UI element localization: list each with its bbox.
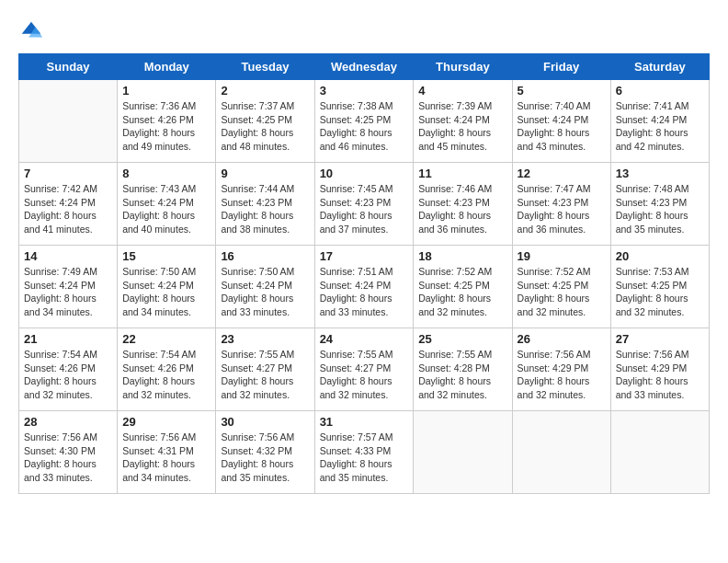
calendar-cell: 14Sunrise: 7:49 AMSunset: 4:24 PMDayligh… bbox=[19, 246, 118, 328]
calendar-cell: 16Sunrise: 7:50 AMSunset: 4:24 PMDayligh… bbox=[216, 246, 314, 328]
day-info: Sunrise: 7:55 AMSunset: 4:27 PMDaylight:… bbox=[320, 348, 409, 402]
calendar-cell: 29Sunrise: 7:56 AMSunset: 4:31 PMDayligh… bbox=[118, 411, 216, 494]
day-info: Sunrise: 7:56 AMSunset: 4:32 PMDaylight:… bbox=[221, 431, 309, 485]
day-info: Sunrise: 7:49 AMSunset: 4:24 PMDaylight:… bbox=[24, 265, 112, 319]
calendar-week-row: 14Sunrise: 7:49 AMSunset: 4:24 PMDayligh… bbox=[19, 246, 710, 328]
weekday-header: Thursday bbox=[414, 54, 512, 80]
day-number: 7 bbox=[24, 167, 112, 180]
day-info: Sunrise: 7:52 AMSunset: 4:25 PMDaylight:… bbox=[418, 265, 506, 319]
calendar-week-row: 1Sunrise: 7:36 AMSunset: 4:26 PMDaylight… bbox=[19, 80, 710, 163]
calendar-week-row: 21Sunrise: 7:54 AMSunset: 4:26 PMDayligh… bbox=[19, 328, 710, 411]
calendar-cell: 5Sunrise: 7:40 AMSunset: 4:24 PMDaylight… bbox=[512, 80, 610, 163]
day-info: Sunrise: 7:45 AMSunset: 4:23 PMDaylight:… bbox=[320, 182, 409, 236]
calendar-cell: 26Sunrise: 7:56 AMSunset: 4:29 PMDayligh… bbox=[512, 328, 610, 411]
day-number: 24 bbox=[320, 332, 409, 346]
day-number: 1 bbox=[122, 84, 210, 98]
day-number: 3 bbox=[320, 84, 409, 98]
calendar-cell: 1Sunrise: 7:36 AMSunset: 4:26 PMDaylight… bbox=[118, 80, 216, 163]
calendar-cell: 12Sunrise: 7:47 AMSunset: 4:23 PMDayligh… bbox=[512, 163, 610, 246]
calendar-cell: 13Sunrise: 7:48 AMSunset: 4:23 PMDayligh… bbox=[610, 163, 709, 246]
day-info: Sunrise: 7:52 AMSunset: 4:25 PMDaylight:… bbox=[518, 265, 606, 319]
day-info: Sunrise: 7:55 AMSunset: 4:27 PMDaylight:… bbox=[221, 348, 309, 402]
day-info: Sunrise: 7:41 AMSunset: 4:24 PMDaylight:… bbox=[616, 99, 704, 154]
calendar-cell: 19Sunrise: 7:52 AMSunset: 4:25 PMDayligh… bbox=[512, 246, 610, 328]
logo bbox=[18, 18, 48, 44]
weekday-header: Friday bbox=[512, 54, 610, 80]
calendar-cell: 28Sunrise: 7:56 AMSunset: 4:30 PMDayligh… bbox=[19, 411, 118, 494]
calendar-cell: 20Sunrise: 7:53 AMSunset: 4:25 PMDayligh… bbox=[610, 246, 709, 328]
day-info: Sunrise: 7:37 AMSunset: 4:25 PMDaylight:… bbox=[221, 99, 309, 154]
day-info: Sunrise: 7:47 AMSunset: 4:23 PMDaylight:… bbox=[518, 182, 606, 236]
calendar-cell: 22Sunrise: 7:54 AMSunset: 4:26 PMDayligh… bbox=[118, 328, 216, 411]
day-number: 13 bbox=[616, 167, 704, 180]
weekday-header: Saturday bbox=[610, 54, 709, 80]
day-info: Sunrise: 7:53 AMSunset: 4:25 PMDaylight:… bbox=[616, 265, 704, 319]
day-number: 2 bbox=[221, 84, 309, 98]
calendar-cell: 21Sunrise: 7:54 AMSunset: 4:26 PMDayligh… bbox=[19, 328, 118, 411]
day-info: Sunrise: 7:51 AMSunset: 4:24 PMDaylight:… bbox=[320, 265, 409, 319]
day-number: 28 bbox=[24, 415, 112, 429]
day-number: 5 bbox=[518, 84, 606, 98]
day-info: Sunrise: 7:42 AMSunset: 4:24 PMDaylight:… bbox=[24, 182, 112, 236]
calendar-cell: 24Sunrise: 7:55 AMSunset: 4:27 PMDayligh… bbox=[314, 328, 414, 411]
calendar-cell: 4Sunrise: 7:39 AMSunset: 4:24 PMDaylight… bbox=[414, 80, 512, 163]
day-number: 17 bbox=[320, 249, 409, 263]
weekday-header: Monday bbox=[118, 54, 216, 80]
day-number: 8 bbox=[122, 167, 210, 180]
logo-icon bbox=[18, 18, 44, 44]
calendar-cell: 9Sunrise: 7:44 AMSunset: 4:23 PMDaylight… bbox=[216, 163, 314, 246]
day-info: Sunrise: 7:56 AMSunset: 4:31 PMDaylight:… bbox=[122, 431, 210, 485]
calendar-header-row: SundayMondayTuesdayWednesdayThursdayFrid… bbox=[19, 54, 710, 80]
calendar-cell bbox=[610, 411, 709, 494]
day-info: Sunrise: 7:48 AMSunset: 4:23 PMDaylight:… bbox=[616, 182, 704, 236]
calendar-cell: 30Sunrise: 7:56 AMSunset: 4:32 PMDayligh… bbox=[216, 411, 314, 494]
day-info: Sunrise: 7:44 AMSunset: 4:23 PMDaylight:… bbox=[221, 182, 309, 236]
calendar-cell: 11Sunrise: 7:46 AMSunset: 4:23 PMDayligh… bbox=[414, 163, 512, 246]
day-info: Sunrise: 7:38 AMSunset: 4:25 PMDaylight:… bbox=[320, 99, 409, 154]
calendar-cell bbox=[19, 80, 118, 163]
day-info: Sunrise: 7:39 AMSunset: 4:24 PMDaylight:… bbox=[418, 99, 506, 154]
calendar-cell: 27Sunrise: 7:56 AMSunset: 4:29 PMDayligh… bbox=[610, 328, 709, 411]
day-number: 4 bbox=[418, 84, 506, 98]
calendar-cell: 31Sunrise: 7:57 AMSunset: 4:33 PMDayligh… bbox=[314, 411, 414, 494]
day-number: 6 bbox=[616, 84, 704, 98]
calendar-cell: 10Sunrise: 7:45 AMSunset: 4:23 PMDayligh… bbox=[314, 163, 414, 246]
day-number: 12 bbox=[518, 167, 606, 180]
day-info: Sunrise: 7:46 AMSunset: 4:23 PMDaylight:… bbox=[418, 182, 506, 236]
calendar-cell: 23Sunrise: 7:55 AMSunset: 4:27 PMDayligh… bbox=[216, 328, 314, 411]
day-info: Sunrise: 7:54 AMSunset: 4:26 PMDaylight:… bbox=[24, 348, 112, 402]
calendar-week-row: 7Sunrise: 7:42 AMSunset: 4:24 PMDaylight… bbox=[19, 163, 710, 246]
calendar-cell bbox=[512, 411, 610, 494]
calendar-cell: 2Sunrise: 7:37 AMSunset: 4:25 PMDaylight… bbox=[216, 80, 314, 163]
calendar-cell: 3Sunrise: 7:38 AMSunset: 4:25 PMDaylight… bbox=[314, 80, 414, 163]
day-number: 30 bbox=[221, 415, 309, 429]
day-info: Sunrise: 7:50 AMSunset: 4:24 PMDaylight:… bbox=[122, 265, 210, 319]
day-number: 21 bbox=[24, 332, 112, 346]
weekday-header: Wednesday bbox=[314, 54, 414, 80]
day-info: Sunrise: 7:55 AMSunset: 4:28 PMDaylight:… bbox=[418, 348, 506, 402]
day-info: Sunrise: 7:36 AMSunset: 4:26 PMDaylight:… bbox=[122, 99, 210, 154]
calendar-week-row: 28Sunrise: 7:56 AMSunset: 4:30 PMDayligh… bbox=[19, 411, 710, 494]
day-number: 18 bbox=[418, 249, 506, 263]
day-info: Sunrise: 7:57 AMSunset: 4:33 PMDaylight:… bbox=[320, 431, 409, 485]
day-number: 29 bbox=[122, 415, 210, 429]
calendar-cell: 25Sunrise: 7:55 AMSunset: 4:28 PMDayligh… bbox=[414, 328, 512, 411]
calendar-cell: 6Sunrise: 7:41 AMSunset: 4:24 PMDaylight… bbox=[610, 80, 709, 163]
calendar-cell: 18Sunrise: 7:52 AMSunset: 4:25 PMDayligh… bbox=[414, 246, 512, 328]
calendar-cell: 17Sunrise: 7:51 AMSunset: 4:24 PMDayligh… bbox=[314, 246, 414, 328]
day-number: 16 bbox=[221, 249, 309, 263]
day-number: 15 bbox=[122, 249, 210, 263]
page-header bbox=[18, 18, 710, 44]
day-info: Sunrise: 7:50 AMSunset: 4:24 PMDaylight:… bbox=[221, 265, 309, 319]
calendar-table: SundayMondayTuesdayWednesdayThursdayFrid… bbox=[18, 53, 710, 494]
day-info: Sunrise: 7:56 AMSunset: 4:29 PMDaylight:… bbox=[518, 348, 606, 402]
day-number: 25 bbox=[418, 332, 506, 346]
day-info: Sunrise: 7:40 AMSunset: 4:24 PMDaylight:… bbox=[518, 99, 606, 154]
day-number: 19 bbox=[518, 249, 606, 263]
day-number: 10 bbox=[320, 167, 409, 180]
day-number: 26 bbox=[518, 332, 606, 346]
weekday-header: Tuesday bbox=[216, 54, 314, 80]
day-number: 20 bbox=[616, 249, 704, 263]
day-number: 14 bbox=[24, 249, 112, 263]
day-number: 9 bbox=[221, 167, 309, 180]
